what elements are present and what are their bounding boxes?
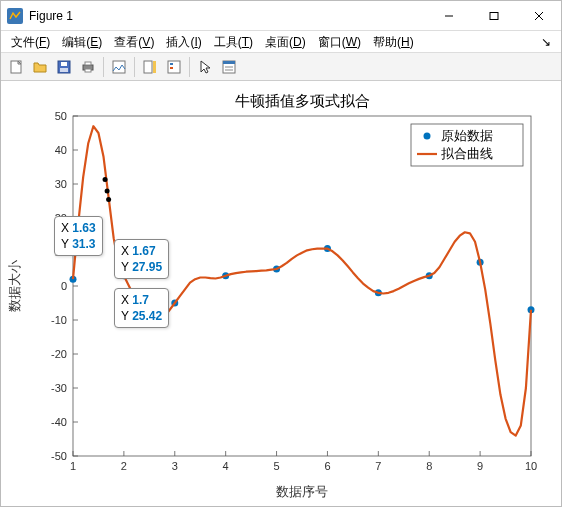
svg-text:原始数据: 原始数据 (441, 128, 493, 143)
menu-insert[interactable]: 插入(I) (160, 31, 207, 53)
svg-rect-11 (153, 61, 156, 73)
svg-text:-30: -30 (51, 382, 67, 394)
link-icon (111, 59, 127, 75)
svg-text:5: 5 (273, 460, 279, 472)
titlebar: Figure 1 (1, 1, 561, 31)
svg-text:3: 3 (172, 460, 178, 472)
minimize-button[interactable] (426, 1, 471, 30)
svg-text:1: 1 (70, 460, 76, 472)
svg-text:9: 9 (477, 460, 483, 472)
svg-text:牛顿插值多项式拟合: 牛顿插值多项式拟合 (235, 92, 370, 109)
app-icon (7, 8, 23, 24)
insert-legend-button[interactable] (163, 56, 185, 78)
menu-file[interactable]: 文件(F) (5, 31, 56, 53)
svg-rect-1 (490, 12, 498, 19)
open-button[interactable] (29, 56, 51, 78)
new-figure-button[interactable] (5, 56, 27, 78)
menubar: 文件(F) 编辑(E) 查看(V) 插入(I) 工具(T) 桌面(D) 窗口(W… (1, 31, 561, 53)
svg-text:-50: -50 (51, 450, 67, 462)
svg-rect-16 (223, 61, 235, 64)
svg-text:-40: -40 (51, 416, 67, 428)
sample-marker[interactable] (103, 177, 108, 182)
menu-help[interactable]: 帮助(H) (367, 31, 420, 53)
svg-rect-5 (60, 68, 68, 72)
svg-text:30: 30 (55, 178, 67, 190)
menu-view[interactable]: 查看(V) (108, 31, 160, 53)
data-tip[interactable]: X 1.7 Y 25.42 (114, 288, 169, 328)
svg-text:7: 7 (375, 460, 381, 472)
svg-rect-17 (73, 116, 531, 456)
svg-text:数据大小: 数据大小 (7, 260, 22, 312)
svg-text:拟合曲线: 拟合曲线 (441, 146, 493, 161)
svg-rect-14 (170, 67, 173, 69)
toolbar (1, 53, 561, 81)
print-icon (80, 59, 96, 75)
svg-rect-8 (85, 69, 91, 72)
legend-icon (166, 59, 182, 75)
svg-text:数据序号: 数据序号 (276, 484, 328, 499)
svg-text:-20: -20 (51, 348, 67, 360)
sample-marker[interactable] (106, 197, 111, 202)
save-button[interactable] (53, 56, 75, 78)
chart[interactable]: 12345678910-50-40-30-20-1001020304050牛顿插… (1, 81, 561, 506)
menu-tools[interactable]: 工具(T) (208, 31, 259, 53)
svg-text:-10: -10 (51, 314, 67, 326)
svg-text:10: 10 (525, 460, 537, 472)
menu-edit[interactable]: 编辑(E) (56, 31, 108, 53)
folder-open-icon (32, 59, 48, 75)
svg-text:6: 6 (324, 460, 330, 472)
svg-rect-13 (170, 63, 173, 65)
sample-marker[interactable] (105, 188, 110, 193)
svg-point-63 (424, 133, 431, 140)
svg-text:50: 50 (55, 110, 67, 122)
data-tip[interactable]: X 1.67 Y 27.95 (114, 239, 169, 279)
svg-rect-7 (85, 62, 91, 65)
pointer-icon (197, 59, 213, 75)
properties-icon (221, 59, 237, 75)
save-icon (56, 59, 72, 75)
edit-plot-button[interactable] (194, 56, 216, 78)
colorbar-icon (142, 59, 158, 75)
link-plot-button[interactable] (108, 56, 130, 78)
window-title: Figure 1 (29, 9, 426, 23)
plot-area[interactable]: 12345678910-50-40-30-20-1001020304050牛顿插… (1, 81, 561, 506)
maximize-button[interactable] (471, 1, 516, 30)
svg-text:40: 40 (55, 144, 67, 156)
svg-rect-12 (168, 61, 180, 73)
data-tip[interactable]: X 1.63 Y 31.3 (54, 216, 103, 256)
close-button[interactable] (516, 1, 561, 30)
menu-window[interactable]: 窗口(W) (312, 31, 367, 53)
menu-desktop[interactable]: 桌面(D) (259, 31, 312, 53)
svg-text:4: 4 (223, 460, 229, 472)
insert-colorbar-button[interactable] (139, 56, 161, 78)
open-property-inspector-button[interactable] (218, 56, 240, 78)
print-button[interactable] (77, 56, 99, 78)
svg-rect-10 (144, 61, 152, 73)
menubar-overflow-icon[interactable]: ↘ (535, 35, 557, 49)
svg-text:2: 2 (121, 460, 127, 472)
svg-rect-4 (61, 62, 67, 66)
svg-text:8: 8 (426, 460, 432, 472)
new-icon (8, 59, 24, 75)
svg-text:0: 0 (61, 280, 67, 292)
